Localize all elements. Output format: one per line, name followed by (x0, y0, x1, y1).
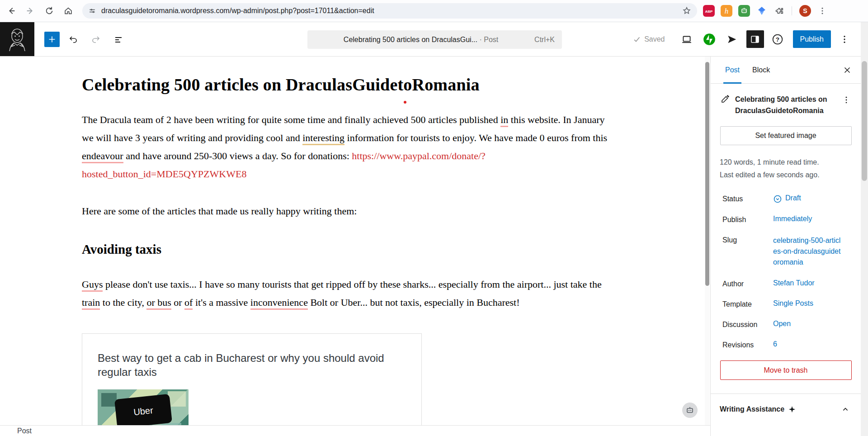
preview-button[interactable] (678, 30, 696, 48)
spellcheck-dot (404, 101, 406, 104)
post-summary-header: Celebrating 500 articles on DraculasGuid… (711, 84, 861, 120)
publish-button[interactable]: Publish (793, 30, 831, 48)
discussion-value[interactable]: Open (773, 320, 791, 329)
close-icon (842, 65, 852, 75)
page-scrollbar[interactable] (861, 22, 868, 436)
kebab-menu-icon (840, 34, 849, 44)
list-view-icon (113, 34, 124, 45)
send-icon (726, 33, 738, 45)
help-button[interactable]: ? (769, 30, 787, 48)
editor-canvas[interactable]: Celebrating 500 articles on DraculasGuid… (0, 57, 710, 436)
tab-post[interactable]: Post (719, 57, 746, 84)
author-value[interactable]: Stefan Tudor (773, 279, 815, 288)
blue-extension-icon[interactable] (756, 5, 768, 17)
breadcrumb[interactable]: Post (17, 427, 32, 435)
paragraph-block-2[interactable]: Here are some of the articles that made … (82, 202, 611, 220)
chevron-up-icon (840, 404, 850, 414)
back-icon (6, 6, 16, 16)
settings-sidebar-toggle[interactable] (746, 30, 764, 48)
home-button[interactable] (61, 3, 76, 19)
ai-assistant-fab[interactable] (682, 403, 698, 418)
post-content: Celebrating 500 articles on DraculasGuid… (82, 74, 611, 436)
check-icon (632, 35, 642, 44)
paragraph-block-1[interactable]: The Dracula team of 2 have been writing … (82, 111, 611, 183)
block-inserter-button[interactable] (44, 32, 60, 47)
writing-assistance-panel[interactable]: Writing Assistance (711, 394, 861, 416)
bot-extension-icon[interactable] (738, 5, 750, 17)
forward-button[interactable] (23, 3, 38, 19)
extensions-menu-button[interactable] (774, 5, 785, 17)
forward-icon (25, 6, 35, 16)
laptop-icon (681, 33, 693, 45)
post-actions-menu[interactable] (840, 94, 853, 106)
command-doc-context: · Post (479, 36, 498, 43)
svg-text:?: ? (775, 36, 779, 43)
uber-card-graphic: Uber (114, 394, 172, 428)
embed-preview-card[interactable]: Best way to get a cab in Bucharest or wh… (82, 333, 422, 436)
jetpack-icon (703, 33, 716, 46)
command-doc-title: Celebrating 500 articles on DraculasGui.… (344, 36, 477, 43)
share-publicize-button[interactable] (723, 30, 741, 48)
status-draft-icon (773, 194, 782, 204)
heading-avoiding-taxis[interactable]: Avoiding taxis (82, 241, 611, 257)
chrome-menu-button[interactable] (815, 3, 830, 19)
canvas-scrollbar-thumb[interactable] (705, 62, 709, 286)
site-settings-icon (88, 6, 97, 15)
row-revisions: Revisions 6 (722, 340, 852, 349)
svg-text:h: h (725, 7, 729, 15)
svg-text:ABP: ABP (705, 9, 713, 14)
screen: draculasguidetoromania.wordpress.com/wp-… (0, 0, 868, 436)
status-value[interactable]: Draft (773, 194, 801, 204)
bookmark-star-icon[interactable] (682, 6, 692, 16)
dracula-site-icon (7, 26, 28, 52)
puzzle-icon (774, 6, 784, 16)
back-button[interactable] (4, 3, 19, 19)
row-discussion: Discussion Open (722, 320, 852, 329)
last-edited: Last edited a few seconds ago. (720, 169, 852, 181)
saved-indicator[interactable]: Saved (632, 35, 665, 44)
blue-diamond-icon (756, 5, 767, 16)
writing-assistance-label: Writing Assistance (720, 405, 784, 413)
undo-button[interactable] (64, 30, 82, 48)
row-author: Author Stefan Tudor (722, 279, 852, 288)
row-publish: Publish Immediately (722, 215, 852, 224)
close-sidebar-button[interactable] (840, 63, 854, 77)
page-scrollbar-thumb[interactable] (862, 61, 867, 181)
embed-card-title: Best way to get a cab in Bucharest or wh… (98, 351, 405, 379)
set-featured-image-button[interactable]: Set featured image (720, 126, 852, 145)
reload-button[interactable] (42, 3, 57, 19)
slug-value[interactable]: celebrating-500-articles-on-draculasguid… (773, 235, 841, 268)
post-title-field[interactable]: Celebrating 500 articles on DraculasGuid… (82, 74, 611, 95)
adblock-extension-icon[interactable]: ABP (703, 5, 715, 17)
tab-block[interactable]: Block (746, 57, 776, 84)
document-breadcrumb-bar: Post (0, 425, 710, 436)
publish-value[interactable]: Immediately (773, 215, 812, 224)
row-template: Template Single Posts (722, 299, 852, 308)
editor-options-button[interactable] (835, 30, 854, 48)
redo-icon (90, 34, 101, 45)
honey-h-icon: h (722, 6, 731, 16)
url-text: draculasguidetoromania.wordpress.com/wp-… (101, 7, 682, 15)
collapse-panel-button[interactable] (839, 403, 852, 416)
honey-extension-icon[interactable]: h (721, 5, 732, 17)
address-bar[interactable]: draculasguidetoromania.wordpress.com/wp-… (82, 3, 697, 19)
move-to-trash-button[interactable]: Move to trash (720, 360, 852, 380)
mosaic-tile (101, 393, 117, 407)
redo-button[interactable] (87, 30, 105, 48)
paragraph-block-3[interactable]: Guys please don't use taxis... I have so… (82, 275, 611, 312)
row-status: Status Draft (722, 194, 852, 204)
profile-avatar[interactable]: S (799, 5, 811, 17)
template-value[interactable]: Single Posts (773, 299, 813, 308)
jetpack-button[interactable] (700, 30, 718, 48)
site-icon-button[interactable] (0, 22, 34, 56)
revisions-value[interactable]: 6 (773, 340, 777, 349)
command-center[interactable]: Celebrating 500 articles on DraculasGui.… (307, 30, 562, 49)
row-slug: Slug celebrating-500-articles-on-dracula… (722, 235, 852, 268)
canvas-scrollbar[interactable] (705, 57, 710, 436)
document-overview-button[interactable] (109, 30, 127, 48)
sidebar-panel-icon (750, 34, 760, 45)
jetpack-ai-icon (788, 405, 796, 413)
plus-icon (47, 34, 57, 44)
help-icon: ? (772, 33, 783, 45)
kebab-menu-icon (842, 95, 851, 104)
